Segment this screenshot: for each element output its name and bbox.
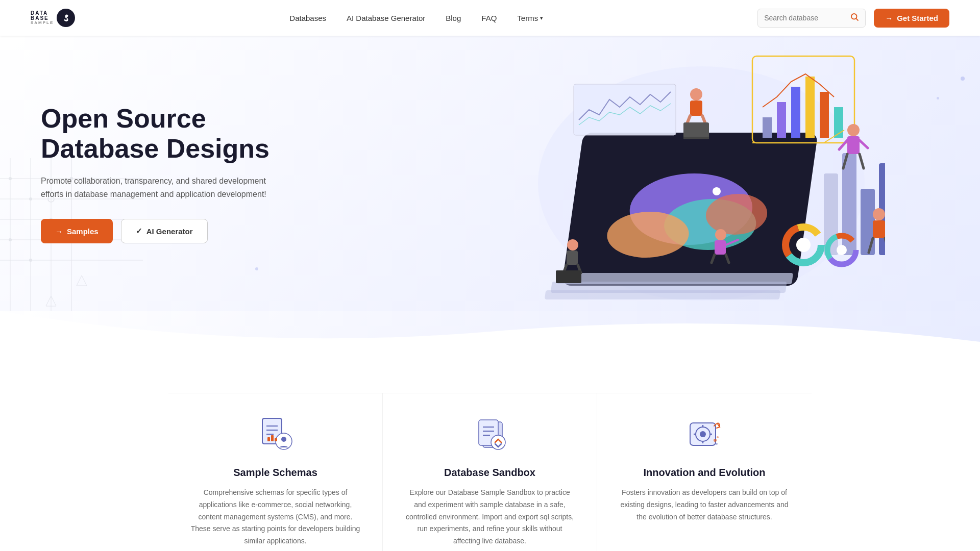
svg-rect-65 xyxy=(873,220,885,238)
svg-point-64 xyxy=(873,208,885,220)
check-icon: ✓ xyxy=(136,227,142,236)
svg-rect-56 xyxy=(683,122,709,138)
svg-point-47 xyxy=(796,238,811,252)
svg-rect-88 xyxy=(267,437,270,441)
logo-icon xyxy=(57,9,75,27)
get-started-button[interactable]: → Get Started xyxy=(874,9,949,28)
ai-generator-button[interactable]: ✓ AI Generator xyxy=(121,219,208,243)
search-input[interactable] xyxy=(764,14,846,22)
feature-innovation: Innovation and Evolution Fosters innovat… xyxy=(597,393,812,551)
svg-point-99 xyxy=(700,431,706,437)
hero-subtitle: Promote collaboration, transparency, and… xyxy=(41,174,276,201)
nav-faq[interactable]: FAQ xyxy=(481,14,497,22)
svg-point-105 xyxy=(717,436,719,438)
svg-rect-35 xyxy=(791,87,800,138)
svg-line-2 xyxy=(856,18,859,20)
search-box[interactable] xyxy=(757,9,866,28)
svg-rect-72 xyxy=(556,270,581,283)
samples-button[interactable]: → Samples xyxy=(41,219,113,243)
nav-ai-generator[interactable]: AI Database Generator xyxy=(347,14,425,22)
search-icon[interactable] xyxy=(850,12,859,24)
nav-databases[interactable]: Databases xyxy=(289,14,326,22)
logo[interactable]: DATA BASE SAMPLE xyxy=(31,9,75,27)
feature-1-title: Sample Schemas xyxy=(189,467,362,479)
sample-schemas-icon xyxy=(255,414,296,455)
svg-point-104 xyxy=(714,439,717,442)
svg-rect-41 xyxy=(861,189,875,255)
feature-2-title: Database Sandbox xyxy=(403,467,576,479)
feature-sample-schemas: Sample Schemas Comprehensive schemas for… xyxy=(168,393,383,551)
hero-content: Open Source Database Designs Promote col… xyxy=(0,73,316,274)
arrow-icon: → xyxy=(55,227,63,236)
svg-marker-20 xyxy=(46,296,56,306)
hero-buttons: → Samples ✓ AI Generator xyxy=(41,219,276,243)
logo-text-sample: SAMPLE xyxy=(31,21,54,25)
feature-1-desc: Comprehensive schemas for specific types… xyxy=(189,487,362,547)
feature-3-desc: Fosters innovation as developers can bui… xyxy=(618,487,791,523)
svg-rect-36 xyxy=(805,77,815,138)
hero-section: Open Source Database Designs Promote col… xyxy=(0,36,980,311)
svg-line-63 xyxy=(860,140,868,148)
feature-database-sandbox: Database Sandbox Explore our Database Sa… xyxy=(383,393,597,551)
svg-rect-57 xyxy=(683,137,709,139)
svg-marker-21 xyxy=(77,276,87,286)
svg-rect-90 xyxy=(275,438,277,441)
features-section: Sample Schemas Comprehensive schemas for… xyxy=(0,352,980,551)
navbar: DATA BASE SAMPLE Databases AI Database G… xyxy=(0,0,980,36)
nav-terms[interactable]: Terms ▾ xyxy=(517,14,543,22)
terms-chevron-icon: ▾ xyxy=(540,15,543,21)
svg-rect-34 xyxy=(777,102,786,138)
svg-rect-37 xyxy=(820,92,829,138)
svg-rect-31 xyxy=(545,290,781,299)
innovation-icon xyxy=(684,414,725,455)
arrow-right-icon: → xyxy=(885,14,893,22)
nav-links: Databases AI Database Generator Blog FAQ… xyxy=(289,14,543,22)
database-sandbox-icon xyxy=(470,414,510,455)
svg-point-28 xyxy=(713,187,721,195)
nav-blog[interactable]: Blog xyxy=(446,14,461,22)
svg-point-1 xyxy=(851,14,857,19)
hero-title: Open Source Database Designs xyxy=(41,104,276,165)
svg-rect-53 xyxy=(690,101,702,116)
svg-rect-33 xyxy=(763,117,772,138)
svg-rect-59 xyxy=(847,136,860,154)
wave-divider xyxy=(0,311,980,352)
svg-point-106 xyxy=(716,443,718,445)
svg-rect-69 xyxy=(567,251,578,265)
nav-right: → Get Started xyxy=(757,9,949,28)
svg-rect-89 xyxy=(271,435,274,441)
feature-2-desc: Explore our Database Sample Sandbox to p… xyxy=(403,487,576,547)
hero-illustration xyxy=(392,36,980,311)
feature-3-title: Innovation and Evolution xyxy=(618,467,791,479)
svg-point-58 xyxy=(847,124,860,136)
svg-point-52 xyxy=(690,88,702,101)
svg-point-68 xyxy=(567,239,578,251)
svg-rect-74 xyxy=(715,240,726,255)
svg-point-87 xyxy=(281,437,286,442)
svg-point-73 xyxy=(715,229,726,240)
svg-point-51 xyxy=(837,245,847,255)
